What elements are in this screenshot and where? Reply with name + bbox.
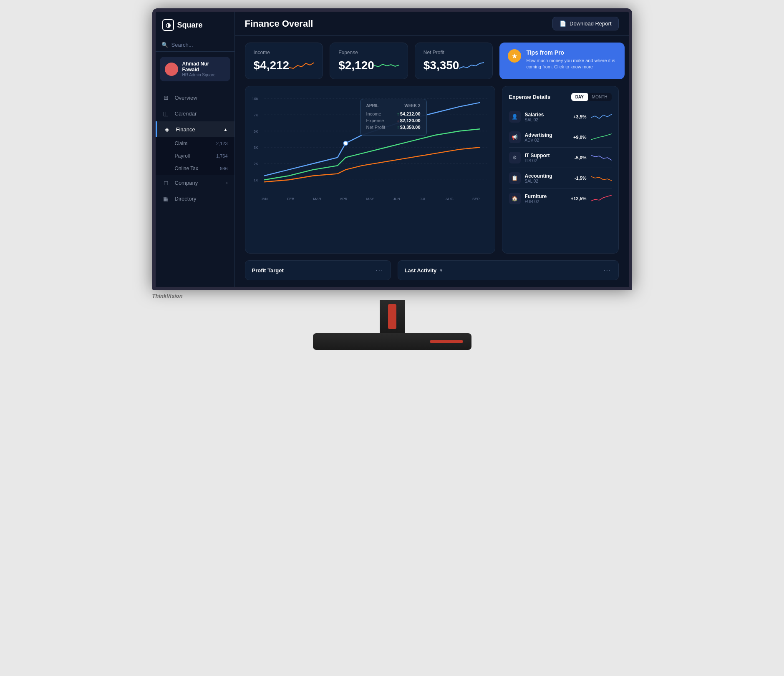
tooltip-expense-value: ↓$2,120.00 [397,118,420,123]
sidebar-item-label: Company [175,180,222,186]
brand-label: ThinkVision [152,290,183,300]
payroll-label: Payroll [175,153,190,159]
tips-card[interactable]: ★ Tips from Pro How much money you make … [499,43,625,79]
sidebar-item-company[interactable]: ◻ Company › [156,175,234,191]
subnav-payroll[interactable]: Payroll 1,764 [156,150,234,162]
finance-icon: ◈ [164,126,171,133]
svg-point-12 [343,141,348,146]
svg-text:5K: 5K [253,129,258,133]
last-activity-menu[interactable]: ··· [603,266,611,274]
online-tax-count: 986 [220,166,227,171]
expense-details-title: Expense Details [509,94,551,100]
search-placeholder: Search... [171,42,193,48]
logo-area: ◑ Square [156,12,234,38]
tooltip-week: WEEK 2 [404,103,420,108]
sidebar-item-label: Overview [175,95,228,101]
toggle-group[interactable]: DAY MONTH [571,93,612,101]
tooltip-netprofit-value: ↑$3,350.00 [397,125,420,130]
net-profit-card: Net Profit $3,350 [415,43,493,79]
svg-text:JAN: JAN [260,197,267,201]
main-chart: 10K 7K 5K 3K 2K 1K [245,86,495,254]
accounting-pct: -1,5% [570,176,587,181]
claim-label: Claim [175,141,188,146]
it-support-icon: ⚙ [509,152,521,163]
sidebar-item-label: Directory [175,196,228,202]
svg-text:AUG: AUG [445,197,453,201]
advertising-pct: +9,0% [570,135,587,140]
app-name: Square [177,21,203,30]
svg-text:MAR: MAR [313,197,321,201]
avatar [165,63,178,76]
sidebar: ◑ Square 🔍 Search... Ahmad Nur Fawaid HR… [156,12,235,287]
net-profit-value: $3,350 [424,59,459,72]
svg-text:7K: 7K [253,113,258,117]
calendar-icon: ◫ [162,110,170,117]
directory-icon: ▦ [162,195,170,202]
net-profit-sparkline [459,59,484,72]
expense-panel-header: Expense Details DAY MONTH [509,93,612,101]
net-profit-label: Net Profit [424,50,484,55]
income-value: $4,212 [254,59,290,72]
sidebar-item-directory[interactable]: ▦ Directory [156,191,234,206]
subnav-online-tax[interactable]: Online Tax 986 [156,162,234,175]
it-support-pct: -5,0% [570,155,587,160]
tips-title: Tips from Pro [526,49,616,56]
salaries-pct: +3,5% [570,114,587,119]
svg-text:2K: 2K [253,162,258,166]
furniture-code: FUR 02 [525,199,547,204]
nav-items: ⊞ Overview ◫ Calendar ◈ Finance ▲ C [156,86,234,287]
user-name: Ahmad Nur Fawaid [182,61,225,73]
subnav-claim[interactable]: Claim 2,123 [156,137,234,150]
profit-target-menu[interactable]: ··· [376,266,383,274]
income-label: Income [254,50,315,55]
salaries-icon: 👤 [509,111,521,123]
charts-row: 10K 7K 5K 3K 2K 1K [245,86,619,254]
expense-item-furniture: 🏠 Furniture FUR 02 +12,5% [509,188,612,209]
expense-value: $2,120 [338,59,374,72]
profit-target-card: Profit Target ··· [245,260,391,280]
download-label: Download Report [570,20,611,27]
download-report-button[interactable]: 📄 Download Report [552,17,618,30]
logo-icon: ◑ [162,19,174,31]
monitor-foot [313,333,471,350]
svg-text:JUL: JUL [420,197,426,201]
sidebar-item-overview[interactable]: ⊞ Overview [156,90,234,106]
accounting-name: Accounting [525,173,552,179]
sidebar-item-calendar[interactable]: ◫ Calendar [156,106,234,121]
furniture-pct: +12,5% [570,196,587,201]
svg-text:10K: 10K [252,97,259,101]
furniture-name: Furniture [525,194,547,199]
stats-row: Income $4,212 Expense $2,120 [245,43,619,79]
expense-details-panel: Expense Details DAY MONTH 👤 [502,86,619,254]
bottom-row: Profit Target ··· Last Activity ▼ ··· [245,260,619,280]
salaries-code: SAL 02 [525,118,544,122]
chart-tooltip: APRIL WEEK 2 Income ↑$4,212.00 [360,99,427,136]
user-role: HR Admin Square [182,73,225,77]
toggle-day[interactable]: DAY [571,93,588,101]
it-support-code: ITS 02 [525,158,550,163]
svg-text:1K: 1K [253,178,258,182]
overview-icon: ⊞ [162,94,170,101]
toggle-month[interactable]: MONTH [588,93,612,101]
finance-subnav: Claim 2,123 Payroll 1,764 Online Tax 986 [156,137,234,175]
user-card[interactable]: Ahmad Nur Fawaid HR Admin Square [160,57,230,81]
tooltip-income-value: ↑$4,212.00 [397,111,420,116]
sidebar-item-finance[interactable]: ◈ Finance ▲ [156,121,234,137]
advertising-sparkline [591,132,612,142]
furniture-sparkline [591,194,612,204]
expense-item-accounting: 📋 Accounting SAL 02 -1,5% [509,168,612,188]
income-sparkline [289,59,314,72]
accounting-icon: 📋 [509,172,521,184]
last-activity-header: Last Activity ▼ [405,267,444,274]
advertising-icon: 📢 [509,131,521,143]
last-activity-title: Last Activity [405,267,437,274]
search-area[interactable]: 🔍 Search... [156,38,234,52]
download-icon: 📄 [560,20,566,27]
online-tax-label: Online Tax [175,166,198,171]
main-content: Finance Overall 📄 Download Report Income… [235,12,629,287]
tips-star-icon: ★ [508,49,521,63]
sidebar-item-label: Calendar [175,111,228,117]
expense-card: Expense $2,120 [330,43,408,79]
svg-text:SEP: SEP [472,197,479,201]
profit-target-title: Profit Target [252,267,284,274]
